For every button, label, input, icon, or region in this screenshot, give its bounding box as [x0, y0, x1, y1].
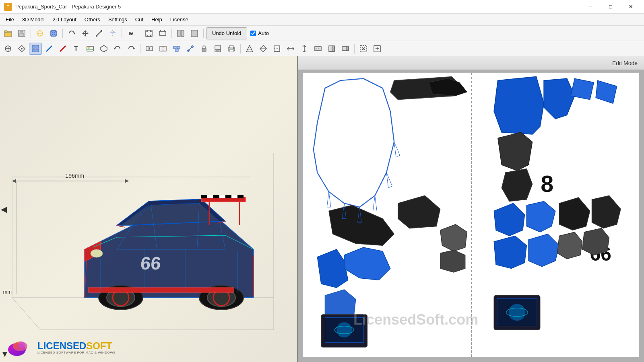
split-faces-tool[interactable] — [157, 43, 169, 55]
svg-rect-22 — [32, 45, 35, 48]
rotate-button[interactable] — [65, 27, 78, 39]
text-tool[interactable]: T — [70, 43, 83, 55]
link-button[interactable] — [124, 27, 137, 39]
menu-2dlayout[interactable]: 2D Layout — [49, 15, 80, 24]
2d-select-tool[interactable] — [357, 43, 370, 55]
sep5 — [171, 29, 172, 38]
2d-tool-3[interactable] — [270, 43, 283, 55]
zoom-fit-button[interactable] — [142, 27, 155, 39]
pen-tool[interactable] — [15, 43, 28, 55]
svg-rect-62 — [342, 47, 346, 51]
view-3d-button[interactable] — [33, 27, 46, 39]
edge-tool[interactable] — [184, 43, 197, 55]
svg-text:T: T — [74, 45, 78, 52]
view-2d[interactable]: Edit Mode — [298, 56, 644, 362]
2d-tool-8[interactable] — [339, 43, 352, 55]
single-view-button[interactable] — [188, 27, 201, 39]
sep9 — [354, 44, 355, 53]
svg-rect-14 — [178, 30, 180, 37]
save-button[interactable] — [15, 27, 28, 39]
print-layout-tool[interactable] — [211, 43, 224, 55]
menu-settings[interactable]: Settings — [104, 15, 131, 24]
svg-text:8: 8 — [541, 171, 553, 197]
sep4 — [140, 29, 140, 38]
sep2 — [62, 29, 63, 38]
svg-point-122 — [508, 304, 525, 321]
svg-line-69 — [12, 298, 40, 330]
close-button[interactable]: ✕ — [621, 0, 640, 14]
toolbar1: Undo Unfold Auto — [0, 26, 644, 41]
svg-marker-31 — [114, 47, 115, 50]
sep3 — [122, 29, 122, 38]
2d-tool-5[interactable] — [298, 43, 311, 55]
menu-bar: File 3D Model 2D Layout Others Settings … — [0, 14, 644, 26]
redo-tool[interactable] — [125, 43, 138, 55]
maximize-button[interactable]: □ — [601, 0, 620, 14]
split-view-button[interactable] — [174, 27, 187, 39]
menu-help[interactable]: Help — [147, 15, 166, 24]
paper-sheet: 8 66 — [303, 72, 639, 357]
dimension-mm: mm — [3, 289, 12, 295]
2d-expand-tool[interactable] — [371, 43, 384, 55]
licensed-text: LICENSED — [37, 340, 86, 351]
svg-point-118 — [336, 322, 352, 337]
2d-tool-1[interactable] — [243, 43, 256, 55]
symmetry-button[interactable] — [106, 27, 119, 39]
sep6 — [203, 29, 204, 38]
print-tool[interactable] — [225, 43, 238, 55]
zoom-select-button[interactable] — [156, 27, 169, 39]
2d-tool-4[interactable] — [284, 43, 297, 55]
undo-unfold-button[interactable]: Undo Unfold — [206, 27, 247, 39]
sep1 — [31, 29, 31, 38]
svg-rect-23 — [36, 45, 39, 48]
svg-marker-79 — [12, 179, 16, 183]
menu-cut[interactable]: Cut — [131, 15, 147, 24]
scale-button[interactable] — [93, 27, 105, 39]
sep8 — [240, 44, 241, 53]
view-3d[interactable]: 66 — [0, 56, 298, 362]
svg-rect-44 — [202, 48, 206, 51]
svg-rect-63 — [346, 47, 349, 51]
svg-rect-39 — [177, 46, 180, 49]
menu-license[interactable]: License — [166, 15, 192, 24]
svg-point-21 — [21, 48, 23, 49]
group-tool[interactable] — [170, 43, 183, 55]
svg-marker-8 — [74, 32, 75, 35]
view-solid-button[interactable] — [47, 27, 60, 39]
select-tool[interactable] — [2, 43, 14, 55]
move-button[interactable] — [79, 27, 92, 39]
image-tool[interactable] — [84, 43, 97, 55]
open-button[interactable] — [2, 27, 14, 39]
svg-rect-24 — [32, 49, 35, 52]
line-tool-red[interactable] — [56, 43, 69, 55]
auto-checkbox[interactable] — [250, 31, 256, 36]
grid-tool[interactable] — [29, 43, 42, 55]
3d-canvas: 66 — [0, 56, 297, 362]
svg-rect-3 — [20, 30, 23, 33]
svg-line-43 — [188, 47, 192, 51]
svg-line-27 — [60, 46, 66, 51]
2d-tool-7[interactable] — [325, 43, 338, 55]
lock-tool[interactable] — [198, 43, 211, 55]
menu-file[interactable]: File — [2, 15, 18, 24]
2d-tool-6[interactable] — [312, 43, 324, 55]
2d-tool-2[interactable] — [257, 43, 270, 55]
svg-rect-86 — [213, 195, 219, 198]
auto-checkbox-group: Auto — [250, 30, 269, 36]
minimize-button[interactable]: ─ — [581, 0, 600, 14]
menu-3dmodel[interactable]: 3D Model — [18, 15, 49, 24]
svg-marker-112 — [571, 78, 594, 99]
join-faces-tool[interactable] — [143, 43, 156, 55]
window-title: Pepakura_Sports_Car - Pepakura Designer … — [15, 4, 121, 10]
svg-rect-60 — [329, 46, 332, 51]
svg-rect-98 — [89, 288, 233, 292]
svg-text:66: 66 — [140, 253, 161, 274]
svg-rect-40 — [175, 49, 178, 51]
undo-tool[interactable] — [111, 43, 124, 55]
svg-rect-12 — [146, 30, 152, 37]
3d-view-toggle[interactable] — [97, 43, 110, 55]
menu-others[interactable]: Others — [80, 15, 104, 24]
line-tool-blue[interactable] — [43, 43, 56, 55]
svg-point-52 — [233, 48, 234, 49]
main-area: 66 — [0, 56, 644, 362]
